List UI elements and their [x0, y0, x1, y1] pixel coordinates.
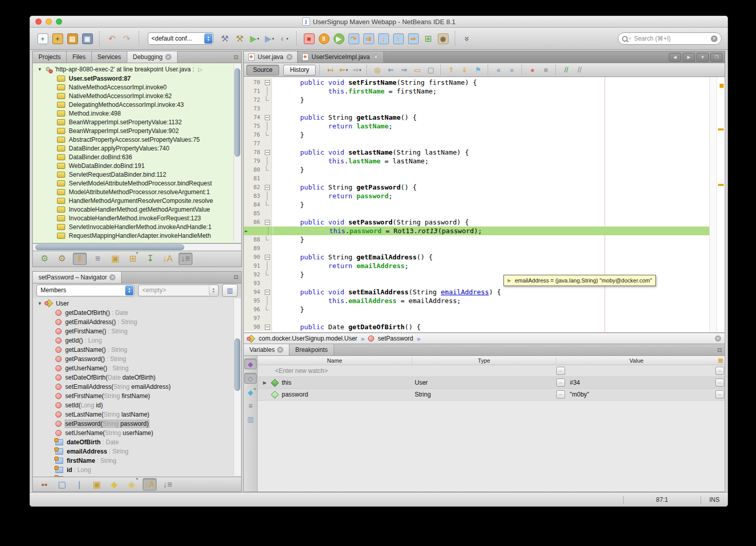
finish-debugger-session-button[interactable]: ■	[302, 31, 316, 46]
code-line[interactable]: 80 }	[244, 165, 710, 174]
step-into-button[interactable]: ↓	[377, 31, 390, 46]
code-line[interactable]: 90 public String getEmailAddress() {	[244, 253, 710, 261]
edit-value-button[interactable]: ...	[715, 390, 724, 399]
sort-by-name-button[interactable]: ↓A	[143, 478, 157, 491]
undo-button[interactable]: ↶	[105, 31, 119, 46]
redo-button[interactable]: ↷	[120, 31, 133, 46]
expander-icon[interactable]: ▶	[262, 380, 268, 385]
code-line[interactable]: 89	[244, 244, 710, 253]
navigator-item-getemailaddress[interactable]: getEmailAddress() : String	[33, 317, 241, 327]
code-line[interactable]: 96 }	[244, 305, 710, 314]
debug-horizontal-scrollbar[interactable]	[32, 243, 242, 251]
navigator-item-setpassword[interactable]: setPassword(String password)	[33, 419, 241, 428]
back-button[interactable]: ⇐▾	[337, 65, 350, 76]
continue-button[interactable]: ▶	[332, 31, 345, 46]
debug-project-button[interactable]: ▶▾	[263, 31, 276, 46]
find-selection-button[interactable]: ◎	[371, 65, 383, 76]
editor-tab-userserviceimpl-java[interactable]: UserServiceImpl.java ✕	[298, 51, 384, 63]
configuration-selector[interactable]: <default conf... ▲▼	[148, 32, 214, 45]
breadcrumb-class[interactable]: com.docker.UserSignup.model.User	[259, 335, 357, 342]
start-macro-recording-button[interactable]: ●	[526, 65, 538, 76]
fold-marker[interactable]	[263, 183, 272, 192]
float-panel-icon[interactable]: ⊡	[231, 51, 241, 63]
previous-bookmark-button[interactable]: ⇑	[445, 65, 457, 76]
clean-and-build-project-button[interactable]: ⚒	[233, 31, 246, 46]
table-row-this[interactable]: ▶thisUser...#34...	[258, 377, 725, 389]
close-tab-icon[interactable]: ✕	[165, 54, 171, 60]
edit-type-button[interactable]: ...	[556, 367, 565, 375]
error-stripe-mark[interactable]	[718, 128, 724, 130]
code-line[interactable]: 77	[244, 139, 710, 148]
navigator-item-setdateofbirth[interactable]: setDateOfBirth(Date dateOfBirth)	[33, 373, 241, 382]
navigator-item-firstname[interactable]: firstName : String	[33, 456, 241, 465]
toggle-bookmark-button[interactable]: ⚑	[472, 65, 484, 76]
title-bar[interactable]: j UserSignup Maven Webapp - NetBeans IDE…	[30, 16, 728, 28]
uncomment-button[interactable]: //	[573, 65, 586, 76]
fold-marker[interactable]	[263, 200, 272, 209]
build-project-button[interactable]: ⚒	[218, 31, 231, 46]
editor-tab-user-java[interactable]: User.java ✕	[244, 51, 298, 63]
fold-marker[interactable]	[263, 87, 272, 96]
fold-marker[interactable]	[263, 323, 272, 331]
expand-caret-icon[interactable]: ▼	[37, 67, 42, 72]
source-view-button[interactable]: Source	[246, 65, 279, 76]
open-project-button[interactable]: ▤	[66, 31, 79, 46]
navigator-item-getpassword[interactable]: getPassword() : String	[33, 354, 241, 364]
scroll-tabs-right-button[interactable]: ▶	[683, 53, 695, 62]
navigator-item-setid[interactable]: setId(Long id)	[33, 401, 241, 410]
close-tab-icon[interactable]: ✕	[109, 274, 115, 280]
navigator-item-getid[interactable]: getId() : Long	[33, 336, 241, 345]
open-in-window-button[interactable]: ▥	[222, 284, 238, 297]
code-line[interactable]: 79 this.lastName = lastName;	[244, 157, 710, 165]
float-panel-icon[interactable]: ⊡	[714, 344, 725, 355]
navigator-item-getlastname[interactable]: getLastName() : String	[33, 345, 241, 354]
show-lock-contention-button[interactable]: ▣	[109, 253, 122, 265]
new-project-button[interactable]: +	[51, 31, 64, 46]
stack-frame[interactable]: ServletRequestDataBinder.bind:112	[33, 170, 241, 179]
show-static-members-button[interactable]: |	[73, 479, 86, 490]
code-line[interactable]: 72 }	[244, 96, 710, 104]
variable-formatters-button[interactable]: ≡	[245, 401, 256, 410]
debug-vertical-scrollbar[interactable]	[234, 64, 241, 242]
fold-marker[interactable]	[263, 296, 272, 305]
code-line[interactable]: 81	[244, 174, 710, 183]
new-watch-row[interactable]: <Enter new watch> ... ...	[258, 365, 725, 377]
stack-frame[interactable]: AbstractPropertyAccessor.setPropertyValu…	[33, 135, 241, 144]
close-breadcrumb-icon[interactable]: ✕	[715, 335, 721, 342]
show-evaluation-result-button[interactable]: ◇	[244, 373, 257, 384]
code-line[interactable]: 70 public void setFirstName(String first…	[244, 78, 710, 87]
code-line[interactable]: 74 public String getLastName() {	[244, 113, 710, 122]
check-for-deadlocks-button[interactable]: ⚙	[38, 253, 51, 265]
show-non-public-members-button[interactable]: ▣	[90, 479, 103, 490]
fold-marker[interactable]	[263, 253, 272, 261]
error-stripe-mark[interactable]	[718, 184, 724, 186]
step-over-button[interactable]: ↷	[347, 31, 360, 46]
stack-frame[interactable]: DataBinder.applyPropertyValues:740	[33, 144, 241, 153]
watch-placeholder[interactable]: <Enter new watch>	[258, 367, 412, 374]
show-anonymous-inner-classes-button[interactable]: ◆	[108, 479, 121, 490]
tab-navigator[interactable]: setPassword – Navigator ✕	[33, 272, 122, 283]
find-previous-button[interactable]: ⇐	[384, 65, 397, 76]
sort-threads-by-suspension-button[interactable]: ↓≡	[179, 253, 192, 265]
scrollbar-thumb[interactable]	[235, 68, 240, 157]
fold-marker[interactable]	[263, 96, 272, 104]
fold-marker[interactable]	[263, 218, 272, 227]
navigator-item-setfirstname[interactable]: setFirstName(String firstName)	[33, 391, 241, 401]
column-header-name[interactable]: Name	[258, 357, 412, 364]
edit-type-button[interactable]: ...	[556, 379, 565, 387]
code-line[interactable]: 76 }	[244, 130, 710, 139]
code-line[interactable]: 82 public String getPassword() {	[244, 183, 710, 192]
code-line[interactable]: 95 this.emailAddress = emailAddress;	[244, 296, 710, 305]
scrollbar-thumb[interactable]	[235, 338, 240, 391]
fold-marker[interactable]	[263, 192, 272, 200]
error-stripe-mark[interactable]	[720, 84, 724, 88]
error-stripe[interactable]	[716, 77, 725, 332]
float-panel-icon[interactable]: ⊡	[231, 272, 241, 283]
tab-list-dropdown-button[interactable]: ▼	[696, 53, 709, 62]
stack-frame[interactable]: NativeMethodAccessorImpl.invoke:62	[33, 91, 241, 100]
fold-collapse-icon[interactable]	[265, 80, 270, 85]
tab-variables[interactable]: Variables ✕	[244, 344, 289, 355]
code-line[interactable]: 78 public void setLastName(String lastNa…	[244, 148, 710, 157]
code-line[interactable]: 91 return emailAddress;	[244, 261, 710, 270]
stack-frame[interactable]: Method.invoke:498	[33, 109, 241, 118]
